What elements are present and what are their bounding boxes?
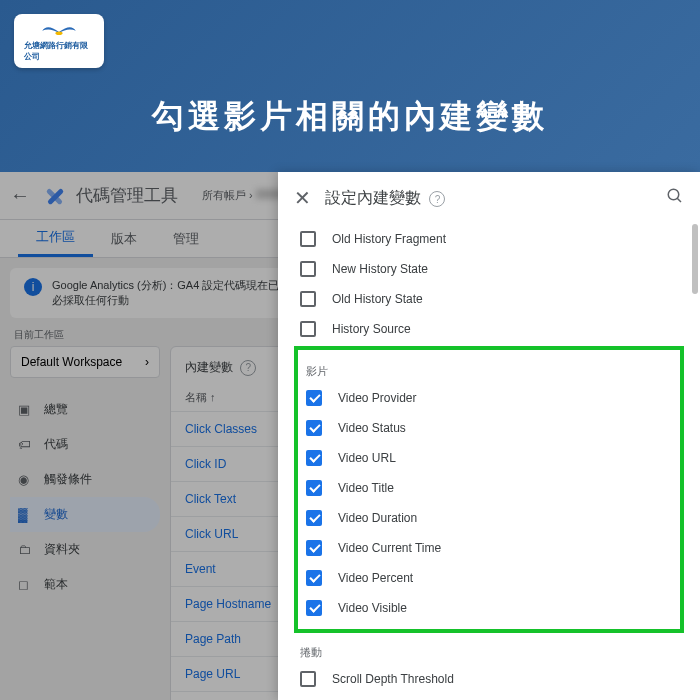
checkbox-label: Video Status [338,421,406,435]
checkbox-row[interactable]: Old History Fragment [294,224,684,254]
nav-item-4[interactable]: 🗀資料夾 [10,532,160,567]
checkbox[interactable] [306,480,322,496]
checkbox-row[interactable]: Video Duration [300,503,678,533]
checkbox[interactable] [306,570,322,586]
nav-label: 觸發條件 [44,471,92,488]
checkbox-row[interactable]: Video Provider [300,383,678,413]
checkbox-label: Video Duration [338,511,417,525]
checkbox-label: Video Visible [338,601,407,615]
nav-label: 代碼 [44,436,68,453]
nav-item-3[interactable]: ▓變數 [10,497,160,532]
wings-icon [39,20,79,38]
company-logo: 允塘網路行銷有限公司 [14,14,104,68]
checkbox-label: Video Current Time [338,541,441,555]
checkbox[interactable] [300,321,316,337]
checkbox[interactable] [300,291,316,307]
info-icon: i [24,278,42,296]
configure-builtin-drawer: ✕ 設定內建變數 ? Old History FragmentNew Histo… [278,172,700,700]
nav-item-1[interactable]: 🏷代碼 [10,427,160,462]
gtm-logo-icon [42,183,68,209]
checkbox[interactable] [306,540,322,556]
nav-icon: ▣ [18,402,34,417]
tab-admin[interactable]: 管理 [155,220,217,257]
checkbox-row[interactable]: Video Current Time [300,533,678,563]
nav-icon: 🗀 [18,542,34,557]
nav-label: 資料夾 [44,541,80,558]
nav-label: 總覽 [44,401,68,418]
nav-item-2[interactable]: ◉觸發條件 [10,462,160,497]
nav-label: 範本 [44,576,68,593]
checkbox-row[interactable]: Scroll Depth Units [294,694,684,700]
nav-label: 變數 [44,506,68,523]
checkbox-row[interactable]: Old History State [294,284,684,314]
checkbox[interactable] [300,671,316,687]
checkbox-label: Video Provider [338,391,417,405]
checkbox-label: New History State [332,262,428,276]
section-label-video: 影片 [300,354,678,383]
checkbox-row[interactable]: New History State [294,254,684,284]
checkbox[interactable] [306,510,322,526]
tab-versions[interactable]: 版本 [93,220,155,257]
app-screenshot: ← 代碼管理工具 所有帳戶 › xx 工作區 版本 管理 i Google An… [0,172,700,700]
svg-point-3 [668,189,679,200]
checkbox-row[interactable]: Video Status [300,413,678,443]
checkbox-label: Old History Fragment [332,232,446,246]
checkbox-row[interactable]: History Source [294,314,684,344]
checkbox[interactable] [306,450,322,466]
checkbox[interactable] [300,231,316,247]
nav-icon: ◉ [18,472,34,487]
checkbox-label: Video URL [338,451,396,465]
search-icon[interactable] [666,187,684,210]
checkbox-row[interactable]: Video Visible [300,593,678,623]
nav-icon: ▓ [18,507,34,522]
drawer-title: 設定內建變數 ? [325,188,652,209]
checkbox-label: Video Title [338,481,394,495]
hero-title: 勾選影片相關的內建變數 [0,0,700,139]
help-icon[interactable]: ? [240,360,256,376]
checkbox-row[interactable]: Video Percent [300,563,678,593]
logo-text: 允塘網路行銷有限公司 [24,40,94,62]
checkbox[interactable] [306,420,322,436]
nav-item-0[interactable]: ▣總覽 [10,392,160,427]
hero-banner: 允塘網路行銷有限公司 勾選影片相關的內建變數 [0,0,700,172]
help-icon[interactable]: ? [429,191,445,207]
checkbox-label: History Source [332,322,411,336]
checkbox[interactable] [306,390,322,406]
nav-item-5[interactable]: ◻範本 [10,567,160,602]
checkbox-label: Old History State [332,292,423,306]
nav-icon: ◻ [18,577,34,592]
checkbox-row[interactable]: Video Title [300,473,678,503]
svg-line-4 [677,198,681,202]
section-label-scroll: 捲動 [294,635,684,664]
video-section-highlight: 影片 Video ProviderVideo StatusVideo URLVi… [294,346,684,633]
app-name: 代碼管理工具 [76,184,178,207]
notice-text: Google Analytics (分析)：GA4 設定代碼現在已變更... [52,278,311,293]
nav-icon: 🏷 [18,437,34,452]
back-arrow-icon[interactable]: ← [10,184,34,207]
checkbox-row[interactable]: Video URL [300,443,678,473]
checkbox[interactable] [300,261,316,277]
checkbox-label: Video Percent [338,571,413,585]
checkbox-row[interactable]: Scroll Depth Threshold [294,664,684,694]
notice-sub: 必採取任何行動 [52,293,311,308]
workspace-selector[interactable]: Default Workspace › [10,346,160,378]
scrollbar[interactable] [692,224,698,294]
tab-workspace[interactable]: 工作區 [18,220,93,257]
svg-point-0 [55,31,62,35]
close-icon[interactable]: ✕ [294,186,311,210]
sidebar: Default Workspace › ▣總覽🏷代碼◉觸發條件▓變數🗀資料夾◻範… [0,346,170,700]
chevron-right-icon: › [145,355,149,369]
checkbox-label: Scroll Depth Threshold [332,672,454,686]
checkbox[interactable] [306,600,322,616]
